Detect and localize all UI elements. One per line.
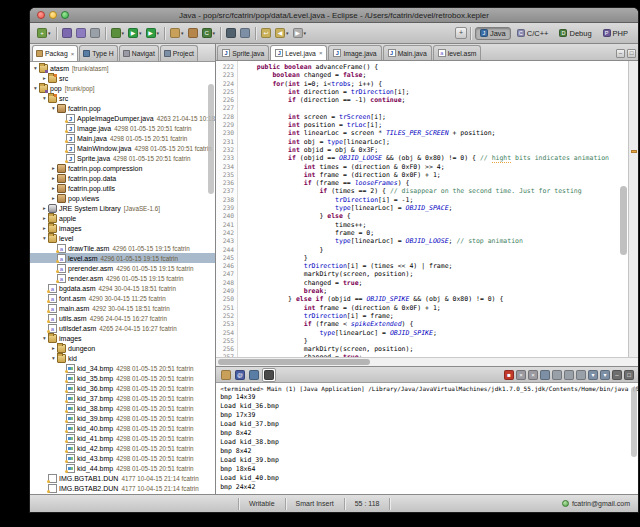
code-line[interactable]: int times = (direction & 0xF0) >> 4;	[241, 163, 628, 171]
code-line[interactable]: changed = true;	[241, 279, 628, 287]
tree-item[interactable]: main.asm4292 30-04-15 18:51 fcatrin	[30, 303, 215, 313]
tree-expand-arrow-icon[interactable]: ▸	[50, 185, 57, 191]
tree-item[interactable]: kid_34.bmp4298 01-05-15 20:51 fcatrin	[30, 363, 215, 373]
account-status[interactable]: fcatrin@gmail.com	[562, 500, 630, 507]
perspective-java-button[interactable]: JJava	[475, 27, 511, 40]
tree-item[interactable]: kid_42.bmp4298 01-05-15 20:51 fcatrin	[30, 443, 215, 453]
tree-item[interactable]: ▸pop.views	[30, 193, 215, 203]
code-line[interactable]: if (frame == looseFrames) {	[241, 179, 628, 187]
save-all-icon[interactable]	[75, 26, 87, 41]
tree-expand-arrow-icon[interactable]: ▸	[50, 195, 57, 201]
code-line[interactable]: if (times == 2) { // disappear on the se…	[241, 187, 628, 195]
editor-vertical-scrollbar[interactable]	[620, 65, 627, 353]
tree-collapse-arrow-icon[interactable]: ▾	[32, 85, 39, 91]
terminate-icon[interactable]: ■	[504, 370, 514, 380]
code-line[interactable]: trDirection[i] = (times << 4) | frame;	[241, 262, 628, 270]
code-line[interactable]: frame = 0;	[241, 229, 628, 237]
explorer-scrollbar[interactable]	[208, 84, 214, 194]
scrollbar-thumb[interactable]	[218, 359, 370, 365]
declaration-view-tab-icon[interactable]	[248, 369, 260, 381]
editor-tab-level-java[interactable]: Level.java×	[270, 45, 327, 60]
perspective-debug-button[interactable]: DDebug	[554, 27, 596, 40]
editor-horizontal-scrollbar[interactable]	[216, 357, 638, 366]
tree-item[interactable]: IMG.BGTAB2.DUN4177 10-04-15 21:14 fcatri…	[30, 483, 215, 493]
titlebar[interactable]: Java - pop/src/fcatrin/pop/data/Level.ja…	[30, 8, 638, 23]
tree-item[interactable]: utilsdef.asm4265 24-04-15 16:27 fcatrin	[30, 323, 215, 333]
tree-item[interactable]: kid_35.bmp4298 01-05-15 20:51 fcatrin	[30, 373, 215, 383]
tree-item[interactable]: render.asm4296 01-05-15 19:15 fcatrin	[30, 273, 215, 283]
console-view-tab-icon[interactable]	[262, 368, 276, 382]
console-output[interactable]: <terminated> Main (1) [Java Application]…	[216, 383, 638, 494]
tree-collapse-arrow-icon[interactable]: ▾	[41, 95, 48, 101]
tree-item[interactable]: kid_41.bmp4298 01-05-15 20:51 fcatrin	[30, 433, 215, 443]
tree-item[interactable]: ▸apple	[30, 213, 215, 223]
code-line[interactable]: break;	[241, 287, 628, 295]
code-line[interactable]: }	[241, 246, 628, 254]
code-line[interactable]: markDirty(screen, position);	[241, 345, 628, 353]
minimize-view-icon[interactable]: –	[612, 370, 622, 380]
code-line[interactable]: type[linearLoc] = OBJID_SPACE;	[241, 204, 628, 212]
tree-collapse-arrow-icon[interactable]: ▾	[50, 105, 57, 111]
tree-item[interactable]: ▸src	[30, 73, 215, 83]
tree-expand-arrow-icon[interactable]: ▸	[50, 175, 57, 181]
tree-item[interactable]: ▸fcatrin.pop.compression	[30, 163, 215, 173]
tree-item[interactable]: prerender.asm4296 01-05-15 19:15 fcatrin	[30, 263, 215, 273]
run-icon[interactable]: ▶▾	[127, 26, 143, 41]
new-class-icon[interactable]: C▾	[201, 26, 217, 41]
close-window-button[interactable]	[37, 11, 45, 19]
view-tab-type-h[interactable]: Type H	[79, 45, 118, 61]
dropdown-arrow-icon[interactable]: ▾	[213, 30, 216, 36]
code-line[interactable]: public boolean advanceFrame() {	[241, 63, 628, 71]
code-line[interactable]: if (frame < spikeExtended) {	[241, 320, 628, 328]
tree-item[interactable]: ▾src	[30, 93, 215, 103]
code-line[interactable]: } else if (objid == OBJID_SPIKE && (obj …	[241, 295, 628, 303]
tree-expand-arrow-icon[interactable]: ▸	[50, 165, 57, 171]
code-line[interactable]: int direction = trDirection[i];	[241, 88, 628, 96]
tree-item[interactable]: ▸fcatrin.pop.utils	[30, 183, 215, 193]
new-wizard-icon[interactable]: +▾	[36, 26, 52, 41]
tree-item[interactable]: ▾level	[30, 233, 215, 243]
editor-tab-level-asm[interactable]: level.asm	[433, 45, 482, 60]
tree-item[interactable]: kid_38.bmp4298 01-05-15 20:51 fcatrin	[30, 403, 215, 413]
code-line[interactable]: trDirection[i] = frame;	[241, 312, 628, 320]
tree-item[interactable]: utils.asm4296 24-04-15 16:27 fcatrin	[30, 313, 215, 323]
code-line[interactable]: int frame = (direction & 0x0F) + 1;	[241, 304, 628, 312]
view-tab-packag[interactable]: Packag×	[32, 45, 78, 61]
view-tab-navigat[interactable]: Navigat	[119, 45, 159, 61]
code-line[interactable]: for(int i=0; i<trobs; i++) {	[241, 80, 628, 88]
code-line[interactable]: }	[241, 337, 628, 345]
tree-item[interactable]: ▾pop[trunk/pop]	[30, 83, 215, 93]
problems-view-tab-icon[interactable]	[220, 369, 232, 381]
tree-collapse-arrow-icon[interactable]: ▾	[50, 355, 57, 361]
tree-item[interactable]: kid_39.bmp4298 01-05-15 20:51 fcatrin	[30, 413, 215, 423]
view-tab-project[interactable]: Project	[160, 45, 198, 61]
tree-collapse-arrow-icon[interactable]: ▾	[41, 235, 48, 241]
tree-collapse-arrow-icon[interactable]: ▾	[32, 65, 39, 71]
tree-item[interactable]: Sprite.java4298 01-05-15 20:51 fcatrin	[30, 153, 215, 163]
tree-collapse-arrow-icon[interactable]: ▾	[41, 335, 48, 341]
code-editor[interactable]: 2222232242252262272282292302312322332342…	[216, 61, 638, 357]
dropdown-arrow-icon[interactable]: ▾	[48, 30, 51, 36]
word-wrap-icon[interactable]	[564, 370, 574, 380]
dropdown-arrow-icon[interactable]: ▾	[139, 30, 142, 36]
remove-all-launches-icon[interactable]: ×	[528, 370, 538, 380]
code-line[interactable]: int frame = (direction & 0x0F) + 1;	[241, 171, 628, 179]
tree-expand-arrow-icon[interactable]: ▸	[41, 215, 48, 221]
code-line[interactable]: int obj = type[linearLoc];	[241, 138, 628, 146]
code-line[interactable]: trDirection[i] = -1;	[241, 196, 628, 204]
tree-item[interactable]: ▾images	[30, 333, 215, 343]
tree-item[interactable]: ▾atasm[trunk/atasm]	[30, 63, 215, 73]
tree-expand-arrow-icon[interactable]: ▸	[41, 225, 48, 231]
tree-item[interactable]: level.asm4296 01-05-15 19:15 fcatrin	[30, 253, 215, 263]
perspective-c-c-button[interactable]: CC/C++	[512, 27, 554, 40]
tree-item[interactable]: kid_37.bmp4298 01-05-15 20:51 fcatrin	[30, 393, 215, 403]
new-java-project-icon[interactable]: ▾	[169, 26, 185, 41]
code-line[interactable]: times++;	[241, 221, 628, 229]
forward-icon[interactable]: ▶▾	[292, 26, 308, 41]
console-scrollbar[interactable]	[631, 387, 637, 457]
scrollbar-thumb[interactable]	[620, 186, 627, 255]
code-line[interactable]: int screen = trScreen[i];	[241, 113, 628, 121]
clear-console-icon[interactable]	[540, 370, 550, 380]
tree-item[interactable]: MainWindow.java4298 01-05-15 20:51 fcatr…	[30, 143, 215, 153]
tree-item[interactable]: kid_36.bmp4298 01-05-15 20:51 fcatrin	[30, 383, 215, 393]
